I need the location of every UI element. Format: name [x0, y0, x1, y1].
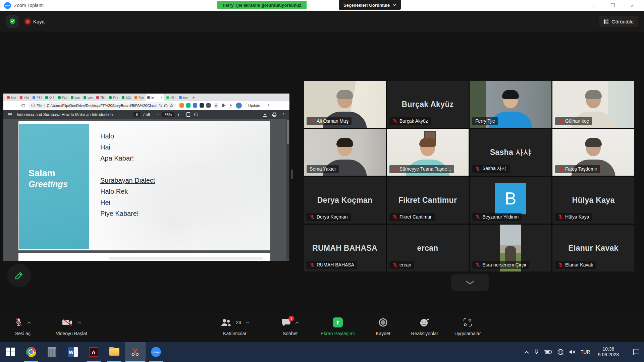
- reactions-button[interactable]: Reaksiyonlar: [407, 315, 443, 340]
- browser-menu-icon[interactable]: ⋮: [266, 103, 270, 108]
- pdf-scrollbar[interactable]: ▼: [286, 119, 289, 261]
- pdf-print-icon[interactable]: [272, 112, 277, 117]
- browser-tab[interactable]: In ×: [146, 94, 164, 101]
- page-info-icon[interactable]: [31, 104, 35, 107]
- participant-tile[interactable]: Sümeyye Tuana Taşde...: [387, 129, 469, 176]
- new-tab-button[interactable]: +: [190, 94, 197, 101]
- collapse-gallery-button[interactable]: [451, 274, 489, 291]
- participant-tile[interactable]: Fikret Cantimur Fikret Cantimur: [387, 177, 469, 224]
- pdf-more-icon[interactable]: ⋮: [281, 112, 285, 117]
- annotate-button[interactable]: [7, 264, 31, 287]
- start-button[interactable]: [0, 342, 21, 362]
- pdf-menu-icon[interactable]: [7, 113, 12, 117]
- url-field[interactable]: File | C:/Users/Flip/OneDrive/Desktop/FT…: [28, 102, 176, 109]
- tray-mic-icon[interactable]: [534, 349, 539, 355]
- participant-tile[interactable]: B Beyzanur Yildirim: [470, 177, 551, 224]
- extensions-puzzle-icon[interactable]: [221, 103, 226, 108]
- maximize-button[interactable]: ❐: [603, 0, 623, 11]
- pdf-fit-page-icon[interactable]: [186, 112, 191, 117]
- participants-caret[interactable]: [246, 321, 250, 324]
- chrome-update-button[interactable]: Update: [245, 103, 263, 108]
- participant-tile[interactable]: Gülhan koç: [552, 81, 634, 128]
- clock[interactable]: 10:38 9.06.2023: [598, 346, 619, 358]
- tray-volume-icon[interactable]: [569, 349, 576, 355]
- participant-tile[interactable]: Hülya Kaya Hülya Kaya: [552, 177, 634, 224]
- browser-tab[interactable]: tugu: [177, 94, 190, 101]
- pdf-scrollbar-thumb[interactable]: [287, 120, 289, 144]
- browser-tab[interactable]: FLIP N: [56, 94, 69, 101]
- mic-options-caret[interactable]: [27, 321, 31, 324]
- view-options-dropdown[interactable]: Seçenekleri Görüntüle: [339, 0, 401, 10]
- pdf-page-input[interactable]: 6: [133, 112, 140, 117]
- bookmark-star-icon[interactable]: [169, 104, 173, 108]
- taskbar-zoom[interactable]: zoom: [146, 342, 166, 362]
- taskbar-calculator[interactable]: [42, 342, 62, 362]
- layout-divider-handle[interactable]: [291, 169, 292, 179]
- tab-close-icon[interactable]: ×: [161, 96, 163, 100]
- browser-tab[interactable]: 2023: [120, 94, 132, 101]
- pdf-download-icon[interactable]: [263, 112, 267, 117]
- participant-tile[interactable]: Esra nursenem Çirçir: [470, 225, 551, 272]
- browser-tab[interactable]: Lendi: [69, 94, 82, 101]
- taskbar-snipping-tool[interactable]: [125, 342, 146, 362]
- back-icon[interactable]: ←: [6, 103, 11, 108]
- browser-tab[interactable]: Onbo: [44, 94, 56, 101]
- chat-caret[interactable]: [295, 321, 299, 324]
- pdf-zoom-level[interactable]: 88%: [162, 112, 174, 117]
- tray-expand-icon[interactable]: [524, 351, 529, 354]
- taskbar-explorer[interactable]: [104, 342, 125, 362]
- downloads-icon[interactable]: [229, 104, 233, 108]
- browser-extension-icon[interactable]: [193, 103, 197, 108]
- pdf-zoom-in-button[interactable]: +: [177, 112, 180, 117]
- browser-extension-icon[interactable]: [200, 103, 204, 108]
- browser-tab[interactable]: Inbox: [5, 94, 18, 101]
- participants-button[interactable]: 24 Katılımcılar: [219, 315, 251, 340]
- pdf-rotate-icon[interactable]: [194, 112, 199, 117]
- browser-profile-avatar[interactable]: [236, 103, 242, 109]
- unmute-button[interactable]: Sesi aç: [7, 315, 39, 340]
- notification-center-icon[interactable]: [633, 349, 640, 355]
- participant-tile[interactable]: Derya Koçman Derya Koçman: [304, 177, 386, 224]
- forward-icon[interactable]: →: [14, 103, 18, 108]
- browser-tab[interactable]: (4) W: [165, 94, 177, 101]
- start-video-button[interactable]: Videoyu Başlat: [44, 315, 99, 340]
- taskbar-chrome[interactable]: [21, 342, 42, 362]
- browser-extension-icon[interactable]: [206, 103, 211, 108]
- share-screen-button[interactable]: Ekran Paylaşımı: [316, 315, 360, 340]
- participant-tile[interactable]: Burçak Akyüz Burçak Akyüz: [387, 81, 469, 128]
- browser-tab[interactable]: Inbox: [18, 94, 31, 101]
- participant-tile[interactable]: Sema Yakıcı: [304, 129, 386, 176]
- participant-tile[interactable]: RUMAH BAHASA RUMAH BAHASA: [304, 225, 386, 272]
- video-options-caret[interactable]: [77, 321, 82, 324]
- participant-tile[interactable]: ercan ercan: [387, 225, 469, 272]
- taskbar-word[interactable]: W: [62, 342, 83, 362]
- participant-tile[interactable]: Fatoş Taşdemir: [552, 129, 634, 176]
- participant-tile[interactable]: Sasha 사샤 Sasha 사샤: [470, 129, 551, 176]
- browser-tab[interactable]: Reimb: [133, 94, 145, 101]
- browser-extension-icon[interactable]: [179, 103, 184, 108]
- tray-network-icon[interactable]: [557, 349, 564, 355]
- browser-tab[interactable]: Lendi: [82, 94, 94, 101]
- record-button[interactable]: Kaydet: [372, 315, 394, 340]
- language-indicator[interactable]: TUR: [581, 349, 590, 355]
- zoom-page-icon[interactable]: [159, 104, 162, 107]
- browser-tab[interactable]: PT Fli: [31, 94, 43, 101]
- participant-tile[interactable]: Ferry Tjie: [470, 81, 551, 128]
- share-page-icon[interactable]: [164, 104, 168, 107]
- participant-tile[interactable]: Elanur Kavak Elanur Kavak: [552, 225, 634, 272]
- minimize-button[interactable]: –: [584, 0, 603, 11]
- taskbar-acrobat[interactable]: A: [83, 342, 104, 362]
- participant-tile[interactable]: Ali Osman Muş: [304, 81, 386, 128]
- pdf-zoom-out-button[interactable]: −: [156, 112, 159, 117]
- browser-extension-icon[interactable]: [186, 103, 191, 108]
- translate-icon[interactable]: A: [214, 103, 218, 108]
- chat-button[interactable]: 1 Sohbet: [276, 315, 305, 340]
- browser-tab[interactable]: Threa: [95, 94, 107, 101]
- close-button[interactable]: ×: [623, 0, 642, 11]
- apps-button[interactable]: Uygulamalar: [449, 315, 486, 340]
- view-button[interactable]: Görüntüle: [599, 16, 638, 27]
- security-shield-button[interactable]: [6, 15, 19, 28]
- browser-tab[interactable]: Finan: [107, 94, 120, 101]
- tray-battery-icon[interactable]: [544, 350, 552, 354]
- reload-icon[interactable]: [21, 104, 25, 108]
